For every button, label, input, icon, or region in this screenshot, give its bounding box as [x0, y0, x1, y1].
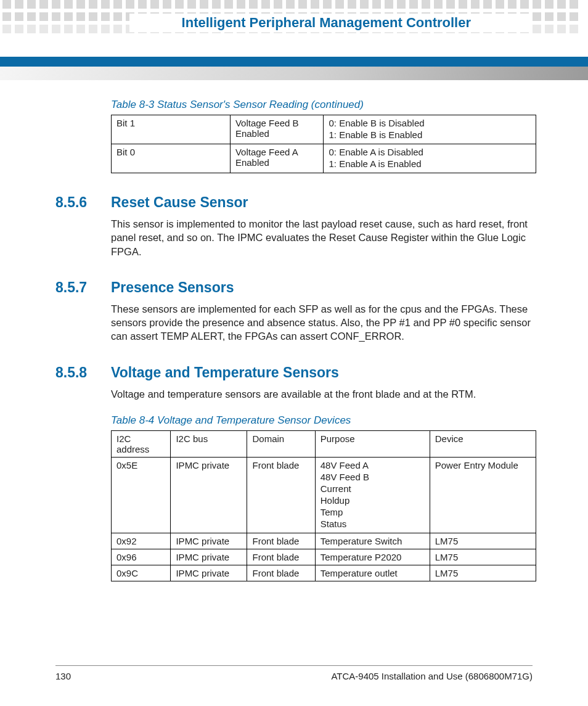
section-number: 8.5.6 [55, 194, 111, 211]
section-8-5-6: 8.5.6 Reset Cause Sensor [55, 194, 533, 211]
page-content: Table 8-3 Status Sensor's Sensor Reading… [55, 92, 533, 581]
header-gradient [0, 67, 588, 80]
cell: Front blade [247, 565, 315, 581]
header-cell: I2C address [112, 430, 171, 457]
cell: Temperature outlet [315, 565, 430, 581]
section-body: This sensor is implemented to monitor th… [111, 217, 536, 258]
table-row: Bit 1 Voltage Feed B Enabled 0: Enable B… [112, 115, 536, 144]
header-blue-bar [0, 57, 588, 67]
cell: IPMC private [171, 549, 247, 565]
cell: IPMC private [171, 533, 247, 549]
cell: Front blade [247, 549, 315, 565]
cell: 0: Enable A is Disabled 1: Enable A is E… [324, 144, 536, 173]
cell-line: 1: Enable A is Enabled [329, 158, 531, 169]
table-row: 0x96 IPMC private Front blade Temperatur… [112, 549, 536, 565]
cell: 0x92 [112, 533, 171, 549]
cell: Power Entry Module [430, 457, 536, 533]
cell: Temperature P2020 [315, 549, 430, 565]
table-row: 0x9C IPMC private Front blade Temperatur… [112, 565, 536, 581]
cell-line: Temp [321, 507, 425, 517]
cell: Front blade [247, 533, 315, 549]
table-8-3: Bit 1 Voltage Feed B Enabled 0: Enable B… [111, 115, 536, 173]
cell: IPMC private [171, 565, 247, 581]
cell: Voltage Feed A Enabled [230, 144, 324, 173]
cell: 48V Feed A 48V Feed B Current Holdup Tem… [315, 457, 430, 533]
header-cell: Domain [247, 430, 315, 457]
cell: 0x96 [112, 549, 171, 565]
cell: 0: Enable B is Disabled 1: Enable B is E… [324, 115, 536, 144]
doc-id: ATCA-9405 Installation and Use (6806800M… [331, 671, 533, 681]
cell: Voltage Feed B Enabled [230, 115, 324, 144]
table-8-4-caption: Table 8-4 Voltage and Temperature Sensor… [111, 414, 533, 427]
header-cell: Device [430, 430, 536, 457]
table-header-row: I2C address I2C bus Domain Purpose Devic… [112, 430, 536, 457]
cell: IPMC private [171, 457, 247, 533]
cell: Temperature Switch [315, 533, 430, 549]
page-number: 130 [55, 671, 71, 681]
section-body: These sensors are implemented for each S… [111, 302, 536, 343]
section-body: Voltage and temperature sensors are avai… [111, 387, 536, 401]
cell: LM75 [430, 565, 536, 581]
table-row: Bit 0 Voltage Feed A Enabled 0: Enable A… [112, 144, 536, 173]
cell-line: 0: Enable A is Disabled [329, 147, 531, 157]
cell: LM75 [430, 549, 536, 565]
cell-line: Holdup [321, 495, 425, 506]
cell: Front blade [247, 457, 315, 533]
header-cell: I2C bus [171, 430, 247, 457]
cell: Bit 0 [112, 144, 231, 173]
cell-line: 48V Feed B [321, 472, 425, 482]
page-header-title: Intelligent Peripheral Management Contro… [129, 14, 530, 32]
cell-line: 1: Enable B is Enabled [329, 129, 531, 140]
cell: Bit 1 [112, 115, 231, 144]
section-title: Reset Cause Sensor [111, 194, 248, 211]
cell-line: Current [321, 483, 425, 494]
cell: LM75 [430, 533, 536, 549]
section-title: Presence Sensors [111, 279, 234, 296]
cell-line: 0: Enable B is Disabled [329, 118, 531, 128]
header-cell: Purpose [315, 430, 430, 457]
section-8-5-8: 8.5.8 Voltage and Temperature Sensors [55, 364, 533, 381]
cell: 0x5E [112, 457, 171, 533]
table-row: 0x92 IPMC private Front blade Temperatur… [112, 533, 536, 549]
table-8-3-caption: Table 8-3 Status Sensor's Sensor Reading… [111, 99, 533, 111]
table-row: 0x5E IPMC private Front blade 48V Feed A… [112, 457, 536, 533]
cell: 0x9C [112, 565, 171, 581]
section-8-5-7: 8.5.7 Presence Sensors [55, 279, 533, 296]
page-footer: 130 ATCA-9405 Installation and Use (6806… [55, 665, 533, 681]
cell-line: 48V Feed A [321, 460, 425, 470]
section-title: Voltage and Temperature Sensors [111, 364, 339, 381]
cell-line: Status [321, 519, 425, 529]
section-number: 8.5.8 [55, 364, 111, 381]
table-8-4: I2C address I2C bus Domain Purpose Devic… [111, 430, 536, 581]
section-number: 8.5.7 [55, 279, 111, 296]
